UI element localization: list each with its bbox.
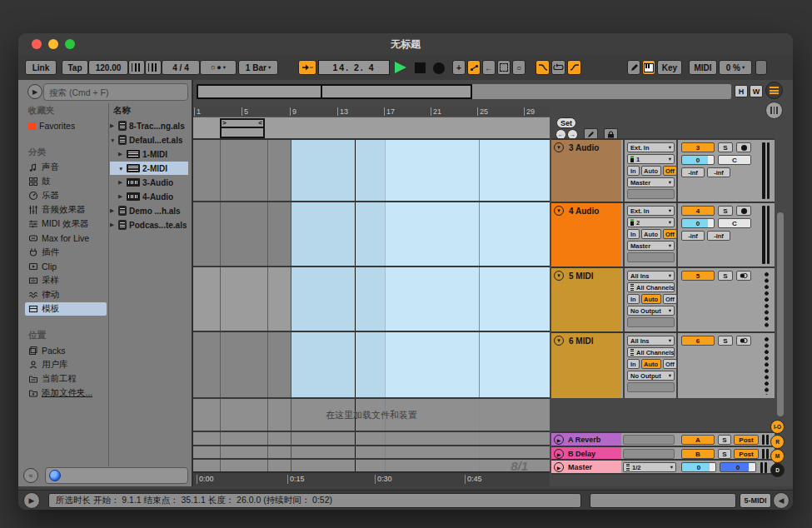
solo-button[interactable]: S bbox=[718, 336, 733, 346]
key-map-button[interactable]: Key bbox=[657, 60, 682, 75]
output-select[interactable]: Master▾ bbox=[627, 177, 675, 187]
track-name-chip[interactable]: ▼ 4 Audio bbox=[551, 203, 621, 266]
show-track-delay-toggle[interactable]: D bbox=[770, 463, 785, 477]
sidebar-item-instruments[interactable]: 乐器 bbox=[25, 189, 107, 202]
set-locator-button[interactable]: Set bbox=[556, 117, 576, 128]
output-select[interactable]: No Output▾ bbox=[627, 371, 675, 381]
beat-time-ruler[interactable]: 1 5 9 13 17 21 25 29 bbox=[193, 107, 550, 117]
return-track-a-header[interactable]: ▶ A Reverb A S Post bbox=[551, 431, 775, 446]
collapsed-arrow-icon[interactable]: ▶ bbox=[110, 222, 116, 228]
solo-button[interactable]: S bbox=[718, 142, 733, 152]
input-channel-select[interactable]: 2▾ bbox=[627, 217, 675, 227]
output-select[interactable]: No Output▾ bbox=[627, 306, 675, 316]
overview-height-button[interactable]: H bbox=[735, 85, 748, 97]
pan-field[interactable]: C bbox=[718, 218, 751, 228]
metronome-button[interactable]: ○ ● ▾ bbox=[200, 60, 237, 75]
loop-brace[interactable]: > < bbox=[220, 118, 265, 138]
peak-level-right[interactable]: -inf bbox=[707, 167, 730, 177]
master-track-header[interactable]: ▶ Master 1/2▾ 0 0 bbox=[551, 459, 775, 475]
clock-time-ruler[interactable]: 0:00 0:15 0:30 0:45 bbox=[193, 473, 550, 486]
sidebar-item-user-library[interactable]: 用户库 bbox=[25, 358, 107, 371]
track-activator-button[interactable]: 6 bbox=[681, 336, 715, 346]
show-io-toggle[interactable]: I-O bbox=[770, 420, 785, 434]
input-channel-select[interactable]: All Channels▾ bbox=[627, 282, 675, 292]
monitor-off-button[interactable]: Off bbox=[663, 166, 677, 176]
cpu-load-meter[interactable]: 0 % ▾ bbox=[719, 60, 752, 75]
solo-button[interactable]: S bbox=[718, 206, 733, 216]
arm-button[interactable] bbox=[736, 206, 751, 216]
file-row[interactable]: ▶ 3-Audio bbox=[110, 176, 188, 189]
io-meter-section-button[interactable] bbox=[765, 102, 783, 119]
arrangement-grid[interactable]: 在这里加载文件和装置 8/1 0:00 0:15 0:30 0:45 bbox=[193, 138, 550, 486]
sidebar-item-max-for-live[interactable]: Max for Live bbox=[25, 232, 107, 245]
quantization-select[interactable]: 1 Bar ▾ bbox=[238, 60, 278, 75]
sidebar-item-templates[interactable]: 模板 bbox=[25, 302, 107, 316]
unfold-track-button[interactable]: ▼ bbox=[554, 336, 564, 346]
expanded-arrow-icon[interactable]: ▼ bbox=[110, 137, 116, 143]
track-name-chip[interactable]: ▼ 6 MIDI bbox=[551, 333, 621, 398]
monitor-off-button[interactable]: Off bbox=[663, 359, 677, 369]
peak-level-left[interactable]: -inf bbox=[681, 167, 705, 177]
monitor-off-button[interactable]: Off bbox=[663, 229, 677, 239]
file-row[interactable]: ▶ Demo ...h.als bbox=[110, 204, 188, 217]
tap-tempo-button[interactable]: Tap bbox=[62, 60, 88, 75]
monitor-auto-button[interactable]: Auto bbox=[641, 166, 661, 176]
track-activator-button[interactable]: 3 bbox=[681, 142, 715, 152]
monitor-in-button[interactable]: In bbox=[627, 229, 640, 239]
monitor-in-button[interactable]: In bbox=[627, 166, 640, 176]
unfold-master-button[interactable]: ▶ bbox=[554, 462, 564, 472]
sidebar-item-drums[interactable]: 鼓 bbox=[25, 175, 107, 188]
volume-field[interactable]: 0 bbox=[681, 218, 715, 228]
tempo-field[interactable]: 120.00 bbox=[88, 60, 128, 75]
cue-out-select[interactable]: 1/2▾ bbox=[623, 462, 676, 472]
solo-button[interactable]: S bbox=[718, 449, 731, 459]
input-type-select[interactable]: All Ins▾ bbox=[627, 336, 675, 346]
monitor-auto-button[interactable]: Auto bbox=[641, 229, 661, 239]
input-type-select[interactable]: Ext. In▾ bbox=[627, 206, 675, 216]
sidebar-item-midi-effects[interactable]: MIDI 效果器 bbox=[25, 217, 107, 231]
sidebar-item-grooves[interactable]: 律动 bbox=[25, 288, 107, 301]
time-signature-field[interactable]: 4 / 4 bbox=[162, 60, 200, 75]
help-strip[interactable] bbox=[45, 467, 188, 484]
input-channel-select[interactable]: All Channels▾ bbox=[627, 347, 675, 357]
vertical-scrollbar[interactable] bbox=[777, 212, 784, 416]
return-track-b-header[interactable]: ▶ B Delay B S Post bbox=[551, 446, 775, 459]
sidebar-item-clips[interactable]: Clip bbox=[25, 260, 107, 273]
pre-post-toggle[interactable]: Post bbox=[734, 449, 759, 459]
file-row[interactable]: ▶ Podcas...te.als bbox=[110, 218, 188, 232]
scrub-area[interactable]: > < bbox=[193, 117, 550, 138]
play-button[interactable] bbox=[395, 62, 406, 73]
follow-button[interactable] bbox=[298, 60, 316, 75]
collapsed-arrow-icon[interactable]: ▶ bbox=[110, 207, 116, 214]
new-midi-button[interactable]: + bbox=[452, 60, 466, 75]
arrangement-record-button[interactable] bbox=[433, 62, 445, 74]
punch-in-button[interactable] bbox=[536, 60, 550, 75]
sidebar-item-samples[interactable]: 采样 bbox=[25, 274, 107, 287]
unfold-track-button[interactable]: ▼ bbox=[554, 206, 564, 216]
collapsed-arrow-icon[interactable]: ▶ bbox=[110, 122, 116, 129]
return-a-lane[interactable] bbox=[193, 431, 550, 446]
session-record-button[interactable]: ○ bbox=[512, 60, 526, 75]
peak-level-left[interactable]: -inf bbox=[681, 231, 705, 241]
pre-post-toggle[interactable]: Post bbox=[734, 435, 759, 445]
loop-switch-button[interactable] bbox=[551, 60, 565, 75]
return-b-lane[interactable] bbox=[193, 446, 550, 459]
track-activator-button[interactable]: 5 bbox=[681, 271, 715, 281]
time-selection-left[interactable] bbox=[291, 138, 385, 398]
track-header-6-midi[interactable]: ▼ 6 MIDI All Ins▾ All Channels▾ In Auto … bbox=[551, 331, 775, 398]
master-volume-field[interactable]: 0 bbox=[681, 462, 716, 472]
detail-view-toggle[interactable]: ◀ bbox=[773, 492, 790, 509]
nudge-up-button[interactable] bbox=[145, 60, 162, 75]
browser-collapse-button[interactable]: ▶ bbox=[27, 84, 42, 99]
sidebar-item-packs[interactable]: Packs bbox=[25, 344, 107, 357]
show-mixer-toggle[interactable]: M bbox=[770, 449, 785, 463]
file-row[interactable]: ▶ 1-MIDI bbox=[110, 147, 188, 161]
peak-level-right[interactable]: -inf bbox=[707, 231, 730, 241]
return-activator-button[interactable]: B bbox=[681, 449, 715, 459]
input-channel-select[interactable]: 1▾ bbox=[627, 154, 675, 164]
capture-midi-button[interactable] bbox=[497, 60, 511, 75]
track-header-5-midi[interactable]: ▼ 5 MIDI All Ins▾ All Channels▾ In Auto … bbox=[551, 266, 775, 331]
mixer-sections-menu-button[interactable] bbox=[765, 82, 783, 99]
browser-column-divider[interactable] bbox=[108, 103, 109, 466]
monitor-in-button[interactable]: In bbox=[627, 294, 640, 304]
